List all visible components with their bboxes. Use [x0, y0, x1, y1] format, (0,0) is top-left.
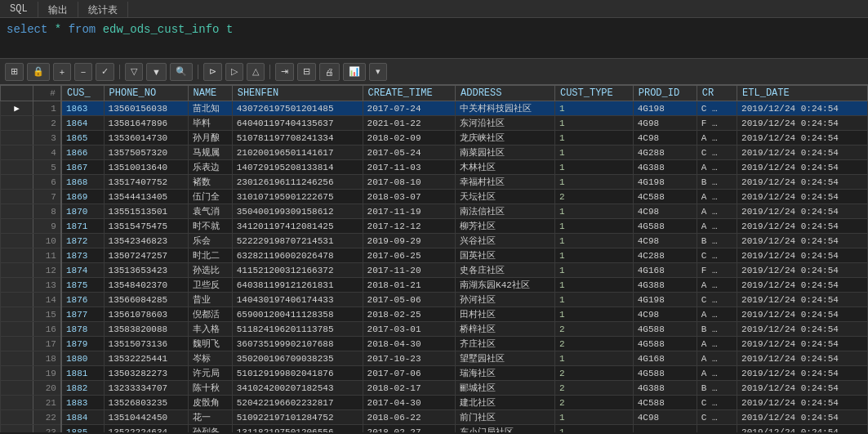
table-row[interactable]: 5 1867 13510013640 乐表边 14072919520813381… — [1, 160, 868, 175]
search-btn[interactable]: 🔍 — [170, 63, 193, 81]
table-row[interactable]: 14 1876 13566084285 昔业 14043019740617443… — [1, 293, 868, 307]
right-btn[interactable]: ▷ — [225, 63, 243, 81]
more-btn[interactable]: ▾ — [369, 63, 387, 81]
cell-phone: 13544413405 — [104, 190, 188, 204]
add-btn[interactable]: + — [53, 63, 71, 81]
cell-etl-date: 2019/12/24 0:24:54 — [737, 204, 868, 219]
cell-etl-date: 2019/12/24 0:24:54 — [737, 381, 868, 396]
table-row[interactable]: 9 1871 13515475475 时不就 34120119741208142… — [1, 219, 868, 234]
tab-output[interactable]: 输出 — [38, 2, 78, 17]
col-header-etl-date[interactable]: ETL_DATE — [737, 86, 868, 101]
table-row[interactable]: 10 1872 13542346823 乐会 52222919870721453… — [1, 234, 868, 248]
table-row[interactable]: 12 1874 13513653423 孙选比 4115212003121663… — [1, 263, 868, 278]
cell-phone: 13233334707 — [104, 381, 188, 396]
tab-sql[interactable]: SQL — [0, 2, 38, 17]
col-header-cr[interactable]: CR — [697, 86, 737, 101]
chart-btn[interactable]: 📊 — [343, 63, 366, 81]
cell-cus: 1871 — [61, 219, 104, 234]
more-icon: ▾ — [376, 66, 381, 77]
cell-cust-type: 1 — [554, 410, 633, 425]
cell-cust-type: 1 — [554, 175, 633, 190]
col-header-prod-id[interactable]: PROD_ID — [633, 86, 697, 101]
sql-keyword-select: select — [7, 23, 47, 36]
col-header-shenfen[interactable]: SHENFEN — [232, 86, 363, 101]
cell-address: 兴谷社区 — [456, 234, 555, 248]
remove-btn[interactable]: − — [74, 63, 92, 81]
cell-cr: C … — [697, 293, 737, 307]
up-btn[interactable]: △ — [247, 63, 265, 81]
table-row[interactable]: 16 1878 13583820088 丰入格 5118241962011137… — [1, 322, 868, 337]
cell-name: 昔业 — [188, 293, 232, 307]
table-btn[interactable]: ⊟ — [297, 63, 316, 81]
lock-btn[interactable]: 🔒 — [27, 63, 50, 81]
row-indicator — [1, 337, 33, 351]
cell-phone: 13526803235 — [104, 396, 188, 410]
cell-phone: 13575057320 — [104, 145, 188, 160]
table-row[interactable]: ▶ 1 1863 13560156038 苗北知 430726197501201… — [1, 101, 868, 116]
cell-cust-type: 1 — [554, 307, 633, 322]
cell-etl-date: 2019/12/24 0:24:54 — [737, 366, 868, 381]
filter-btn[interactable]: ▼ — [146, 63, 167, 81]
cell-name: 岑标 — [188, 351, 232, 366]
cell-cus: 1884 — [61, 410, 104, 425]
cell-cust-type: 1 — [554, 425, 633, 433]
cell-cust-type: 2 — [554, 337, 633, 351]
table-row[interactable]: 4 1866 13575057320 马规属 21020019650114161… — [1, 145, 868, 160]
cell-address: 桥梓社区 — [456, 322, 555, 337]
row-indicator — [1, 263, 33, 278]
check-btn[interactable]: ✓ — [96, 63, 114, 81]
col-header-phone[interactable]: PHONE_NO — [104, 86, 188, 101]
grid-btn[interactable]: ⊞ — [5, 63, 24, 81]
table-row[interactable]: 20 1882 13233334707 陈十秋 3410242002071825… — [1, 381, 868, 396]
col-header-name[interactable]: NAME — [188, 86, 232, 101]
print-btn[interactable]: 🖨 — [319, 63, 340, 81]
table-row[interactable]: 17 1879 13515073136 魏明飞 3607351999021076… — [1, 337, 868, 351]
table-row[interactable]: 18 1880 13532225441 岑标 35020019670903823… — [1, 351, 868, 366]
cell-etl-date: 2019/12/24 0:24:54 — [737, 410, 868, 425]
row-indicator — [1, 351, 33, 366]
col-header-cus[interactable]: CUS_ — [61, 86, 104, 101]
copy-btn[interactable]: ⊳ — [203, 63, 222, 81]
table-row[interactable]: 23 1885 13522224634 孙列备 1311821975012065… — [1, 425, 868, 433]
cell-name: 花一 — [188, 410, 232, 425]
export-btn[interactable]: ⇥ — [275, 63, 294, 81]
table-row[interactable]: 8 1870 13551513501 袁气消 35040019930915861… — [1, 204, 868, 219]
cell-cr: C … — [697, 410, 737, 425]
check-icon: ✓ — [101, 66, 109, 77]
table-row[interactable]: 11 1873 13507247257 时北二 6328211960020264… — [1, 248, 868, 263]
table-row[interactable]: 15 1877 13561078603 倪都活 6590012004111283… — [1, 307, 868, 322]
col-header-address[interactable]: ADDRESS — [456, 86, 555, 101]
row-number: 8 — [33, 204, 61, 219]
cell-name: 孙列备 — [188, 425, 232, 433]
table-row[interactable]: 21 1883 13526803235 皮骰角 5204221966022328… — [1, 396, 868, 410]
table-row[interactable]: 13 1875 13548402370 卫些反 6403811991212618… — [1, 278, 868, 293]
cell-cust-type: 1 — [554, 116, 633, 131]
table-row[interactable]: 22 1884 13510442450 花一 51092219710128475… — [1, 410, 868, 425]
row-indicator — [1, 307, 33, 322]
cell-name: 卫些反 — [188, 278, 232, 293]
cell-shenfen: 640401197404135637 — [232, 116, 363, 131]
cell-address: 幸福村社区 — [456, 175, 555, 190]
table-row[interactable]: 7 1869 13544413405 伍门全 31010719590122267… — [1, 190, 868, 204]
cell-cus: 1870 — [61, 204, 104, 219]
col-header-cust-type[interactable]: CUST_TYPE — [554, 86, 633, 101]
table-row[interactable]: 19 1881 13503282273 许元局 5101291998020418… — [1, 366, 868, 381]
cell-cus: 1877 — [61, 307, 104, 322]
filter-down-btn[interactable]: ▽ — [125, 63, 143, 81]
row-number: 14 — [33, 293, 61, 307]
cell-address: 中关村科技园社区 — [456, 101, 555, 116]
cell-name: 乐会 — [188, 234, 232, 248]
cell-cus: 1882 — [61, 381, 104, 396]
sql-editor[interactable]: select * from edw_ods_cust_info t — [0, 18, 868, 59]
table-row[interactable]: 6 1868 13517407752 褚数 230126196111246256… — [1, 175, 868, 190]
tab-stats[interactable]: 统计表 — [78, 2, 128, 17]
row-indicator — [1, 204, 33, 219]
table-row[interactable]: 2 1864 13581647896 毕料 640401197404135637… — [1, 116, 868, 131]
table-row[interactable]: 3 1865 13536014730 孙月酿 51078119770824133… — [1, 131, 868, 145]
cell-shenfen: 360735199902107688 — [232, 337, 363, 351]
col-header-create-time[interactable]: CREATE_TIME — [363, 86, 456, 101]
cell-create-time: 2018-02-09 — [363, 131, 456, 145]
cell-cr: A … — [697, 307, 737, 322]
cell-cust-type: 1 — [554, 293, 633, 307]
table-body: ▶ 1 1863 13560156038 苗北知 430726197501201… — [1, 101, 868, 433]
